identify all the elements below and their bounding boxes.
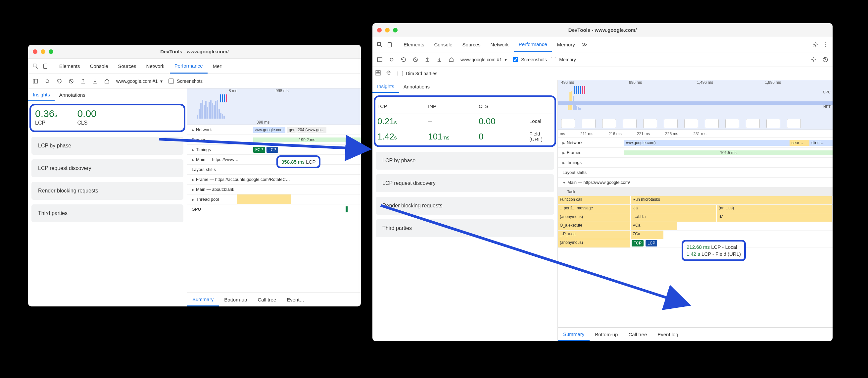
toggle-sidebar-icon[interactable] xyxy=(375,55,384,64)
clear-icon[interactable] xyxy=(66,77,76,86)
fc-func[interactable]: Function call xyxy=(558,196,631,204)
screenshots-checkbox[interactable]: Screenshots xyxy=(167,78,203,85)
tab-sources[interactable]: Sources xyxy=(458,37,485,52)
kebab-icon[interactable]: ⋮ xyxy=(821,40,830,49)
overview-timeline[interactable]: 496 ms 996 ms 1,496 ms 1,996 ms CPU NET xyxy=(558,80,833,130)
recording-select[interactable]: www.google.com #1 ▾ xyxy=(114,78,164,85)
insight-render-blocking[interactable]: Render blocking requests xyxy=(376,197,554,215)
insight-lcp-phase[interactable]: LCP by phase xyxy=(376,152,554,170)
fc-port[interactable]: …port1…message xyxy=(558,205,631,213)
home-icon[interactable] xyxy=(102,77,112,86)
flame-chart[interactable]: ▶Network /ww.google.com) sear… client… ▶… xyxy=(558,138,833,327)
insight-lcp-discovery[interactable]: LCP request discovery xyxy=(31,159,183,177)
upload-icon[interactable] xyxy=(423,55,432,64)
btab-bottomup[interactable]: Bottom-up xyxy=(219,293,252,307)
subtab-annotations[interactable]: Annotations xyxy=(55,88,90,101)
tab-console[interactable]: Console xyxy=(430,37,457,52)
device-icon[interactable] xyxy=(41,62,50,71)
inspect-icon[interactable] xyxy=(375,40,384,49)
tab-elements[interactable]: Elements xyxy=(55,59,85,74)
insight-render-blocking[interactable]: Render blocking requests xyxy=(31,182,183,200)
thumbnail[interactable] xyxy=(746,119,760,128)
tab-memory[interactable]: Memory xyxy=(208,59,221,74)
fc-af[interactable]: _.af.ITa xyxy=(631,213,717,222)
subtab-annotations[interactable]: Annotations xyxy=(399,80,434,93)
net-item-1[interactable]: /ww.google.com) xyxy=(624,140,789,146)
net-item-2[interactable]: sear… xyxy=(789,140,809,146)
tab-console[interactable]: Console xyxy=(85,59,113,74)
thumbnail[interactable] xyxy=(664,119,678,128)
thumbnail[interactable] xyxy=(787,119,801,128)
reload-icon[interactable] xyxy=(55,77,64,86)
flame-chart[interactable]: ▶Network /ww.google.com gen_204 (www.go…… xyxy=(187,125,361,293)
gear-icon[interactable] xyxy=(809,55,818,64)
help-icon[interactable] xyxy=(821,55,830,64)
btab-eventlog[interactable]: Event… xyxy=(281,293,310,307)
net-item-3[interactable]: client… xyxy=(809,140,833,146)
thumbnail[interactable] xyxy=(705,119,719,128)
thumbnail[interactable] xyxy=(643,119,657,128)
btab-summary[interactable]: Summary xyxy=(187,293,219,307)
screenshots-checkbox[interactable]: Screenshots xyxy=(512,56,547,63)
tab-network[interactable]: Network xyxy=(486,37,514,52)
memory-checkbox[interactable]: Memory xyxy=(550,56,576,63)
fc-exec[interactable]: O_a.execute xyxy=(558,222,631,230)
fc-vca[interactable]: VCa xyxy=(631,222,677,230)
fc-poa[interactable]: _.P_a.oa xyxy=(558,231,631,239)
btab-calltree[interactable]: Call tree xyxy=(252,293,281,307)
toggle-sidebar-icon[interactable] xyxy=(31,77,40,86)
thumbnail[interactable] xyxy=(766,119,780,128)
reload-icon[interactable] xyxy=(399,55,408,64)
thumbnail[interactable] xyxy=(602,119,616,128)
inspect-icon[interactable] xyxy=(31,62,40,71)
lcp-badge[interactable]: LCP xyxy=(646,240,657,246)
tab-performance[interactable]: Performance xyxy=(170,59,208,74)
tab-sources[interactable]: Sources xyxy=(114,59,141,74)
thumbnail[interactable] xyxy=(623,119,637,128)
home-icon[interactable] xyxy=(446,55,456,64)
download-icon[interactable] xyxy=(435,55,444,64)
more-tabs-icon[interactable] xyxy=(580,40,590,49)
fc-anon[interactable]: (anonymous) xyxy=(558,213,631,222)
insight-lcp-phase[interactable]: LCP by phase xyxy=(31,137,183,155)
overview-timeline[interactable]: 8 ms 998 ms 398 ms xyxy=(187,88,361,125)
fc-anon2[interactable]: (anonymous) xyxy=(558,239,631,248)
btab-bottomup[interactable]: Bottom-up xyxy=(590,328,623,341)
clear-icon[interactable] xyxy=(411,55,420,64)
btab-eventlog[interactable]: Event log xyxy=(652,328,684,341)
tab-memory[interactable]: Memory xyxy=(553,37,580,52)
tab-elements[interactable]: Elements xyxy=(399,37,429,52)
thumbnail[interactable] xyxy=(561,119,575,128)
lcp-badge[interactable]: LCP xyxy=(267,147,278,153)
subtab-insights[interactable]: Insights xyxy=(28,88,55,101)
thumbnail[interactable] xyxy=(684,119,698,128)
record-icon[interactable] xyxy=(387,55,396,64)
thumbnail[interactable] xyxy=(582,119,595,128)
treemap-icon[interactable] xyxy=(375,70,381,77)
fc-rmf[interactable]: rMf xyxy=(717,213,833,222)
insight-lcp-discovery[interactable]: LCP request discovery xyxy=(376,174,554,192)
upload-icon[interactable] xyxy=(79,77,88,86)
tab-performance[interactable]: Performance xyxy=(514,37,552,52)
download-icon[interactable] xyxy=(90,77,100,86)
record-icon[interactable] xyxy=(43,77,52,86)
device-icon[interactable] xyxy=(385,40,394,49)
collapse-icon[interactable] xyxy=(386,70,392,77)
btab-summary[interactable]: Summary xyxy=(558,328,590,341)
fc-zca[interactable]: ZCa xyxy=(631,231,664,239)
insight-third-parties[interactable]: Third parties xyxy=(31,204,183,222)
tab-network[interactable]: Network xyxy=(142,59,169,74)
fcp-badge[interactable]: FCP xyxy=(253,147,265,153)
fc-anus[interactable]: (an…us) xyxy=(717,205,833,213)
thumbnail[interactable] xyxy=(725,119,739,128)
gear-icon[interactable] xyxy=(811,40,820,49)
fc-kja[interactable]: kja xyxy=(631,205,717,213)
fc-microtask[interactable]: Run microtasks xyxy=(631,196,833,204)
recording-select[interactable]: www.google.com #1 ▾ xyxy=(459,56,509,63)
fcp-badge[interactable]: FCP xyxy=(632,240,644,246)
subtab-insights[interactable]: Insights xyxy=(372,80,399,93)
net-item-2[interactable]: gen_204 (www.go… xyxy=(287,127,327,133)
net-item-1[interactable]: /ww.google.com xyxy=(253,127,285,133)
btab-calltree[interactable]: Call tree xyxy=(623,328,652,341)
dim-3rd-parties-checkbox[interactable]: Dim 3rd parties xyxy=(396,70,437,77)
